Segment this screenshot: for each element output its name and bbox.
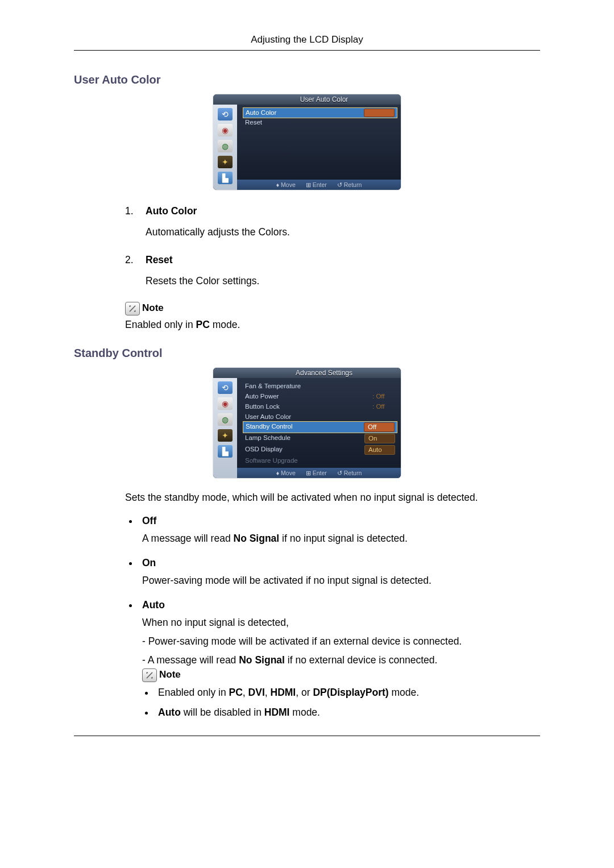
multi-icon: ▙	[218, 172, 233, 184]
osd-icon-column: ⟲ ◉ ◍ ✦ ▙	[213, 378, 237, 479]
section-title-user-auto-color: User Auto Color	[74, 73, 540, 86]
osd-row-lamp: Lamp ScheduleOn	[245, 433, 395, 444]
note-block: Note	[142, 668, 540, 682]
note-icon	[142, 668, 157, 682]
osd-item-label: Auto Color	[246, 109, 276, 117]
item-desc: When no input signal is detected,	[142, 617, 540, 629]
item-desc: Power-saving mode will be activated if n…	[142, 575, 540, 587]
osd-item-auto-color: Auto Color	[243, 107, 397, 118]
osd-item-reset: Reset	[245, 118, 395, 128]
input-icon: ⟲	[218, 381, 233, 394]
item-desc: A message will read No Signal if no inpu…	[142, 533, 540, 545]
setup-icon: ✦	[218, 156, 233, 168]
footer-rule	[74, 736, 540, 736]
osd-navbar: ♦ Move ⊞ Enter ↺ Return	[237, 468, 401, 478]
section-title-standby-control: Standby Control	[74, 347, 540, 360]
osd-screenshot-user-auto-color: User Auto Color ⟲ ◉ ◍ ✦ ▙ Auto Color R	[74, 94, 540, 190]
sound-icon: ◍	[218, 413, 233, 426]
item-title-reset: Reset	[146, 252, 540, 268]
enter-hint: ⊞ Enter	[306, 470, 327, 476]
osd-navbar: ♦ Move ⊞ Enter ↺ Return	[237, 180, 401, 190]
item-title: Off	[142, 515, 540, 527]
note-label: Note	[159, 669, 181, 682]
osd-icon-column: ⟲ ◉ ◍ ✦ ▙	[213, 105, 237, 190]
numbered-list: Auto Color Automatically adjusts the Col…	[125, 203, 540, 289]
setup-icon: ✦	[218, 429, 233, 442]
note-item: Auto will be disabled in HDMI mode.	[155, 707, 540, 719]
list-item-auto: Auto When no input signal is detected, -…	[139, 599, 540, 719]
osd-row-osddisplay: OSD DisplayAuto	[245, 444, 395, 455]
inner-bullet-list: Enabled only in PC, DVI, HDMI, or DP(Dis…	[142, 687, 540, 719]
enter-hint: ⊞ Enter	[306, 181, 327, 188]
osd-screenshot-advanced-settings: Advanced Settings ⟲ ◉ ◍ ✦ ▙ Fan & Temper…	[74, 368, 540, 479]
item-title-auto-color: Auto Color	[146, 203, 540, 219]
input-icon: ⟲	[218, 108, 233, 121]
return-hint: ↺ Return	[337, 470, 362, 476]
move-hint: ♦ Move	[276, 181, 296, 188]
item-desc: - A message will read No Signal if no ex…	[142, 654, 540, 666]
note-block: Note	[125, 302, 540, 315]
standby-intro: Sets the standby mode, which will be act…	[125, 492, 540, 504]
osd-row-standby: Standby ControlOff	[243, 421, 397, 433]
move-hint: ♦ Move	[276, 470, 296, 476]
list-item: Auto Color Automatically adjusts the Col…	[125, 203, 540, 240]
note-item: Enabled only in PC, DVI, HDMI, or DP(Dis…	[155, 687, 540, 699]
picture-icon: ◉	[218, 124, 233, 136]
osd-title: User Auto Color	[213, 94, 401, 105]
sound-icon: ◍	[218, 140, 233, 152]
list-item-on: On Power-saving mode will be activated i…	[139, 557, 540, 587]
note-label: Note	[142, 302, 164, 315]
osd-row-fan: Fan & Temperature	[245, 381, 395, 392]
list-item-off: Off A message will read No Signal if no …	[139, 515, 540, 545]
osd-item-label: Reset	[245, 118, 262, 127]
osd-row-userautocolor: User Auto Color	[245, 412, 395, 422]
return-hint: ↺ Return	[337, 181, 362, 188]
osd-row-swupgrade: Software Upgrade	[245, 455, 395, 466]
item-desc: Resets the Color settings.	[146, 273, 540, 289]
note-text: Enabled only in PC mode.	[125, 319, 540, 331]
osd-row-autopower: Auto Power: Off	[245, 391, 395, 401]
item-desc: Automatically adjusts the Colors.	[146, 225, 540, 240]
multi-icon: ▙	[218, 445, 233, 458]
item-title: Auto	[142, 599, 540, 611]
item-title: On	[142, 557, 540, 569]
list-item: Reset Resets the Color settings.	[125, 252, 540, 289]
page-header: Adjusting the LCD Display	[74, 34, 540, 51]
osd-title: Advanced Settings	[213, 368, 401, 378]
bullet-list: Off A message will read No Signal if no …	[74, 515, 540, 719]
note-icon	[125, 302, 140, 315]
osd-row-buttonlock: Button Lock: Off	[245, 401, 395, 412]
page: Adjusting the LCD Display User Auto Colo…	[0, 0, 614, 770]
picture-icon: ◉	[218, 397, 233, 410]
item-desc: - Power-saving mode will be activated if…	[142, 636, 540, 647]
